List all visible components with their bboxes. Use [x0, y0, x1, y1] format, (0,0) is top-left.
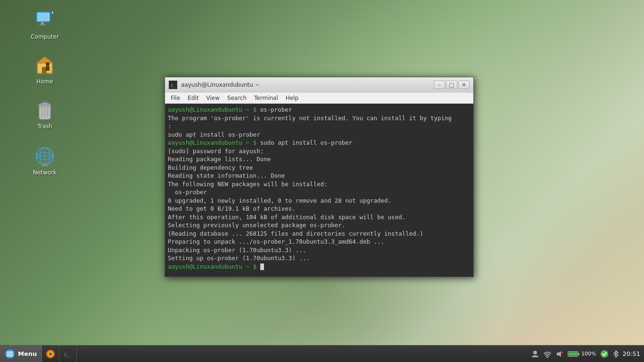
svg-rect-1 — [37, 13, 50, 21]
term-line-13: Need to get 0 B/19.1 kB of archives. — [168, 205, 471, 213]
terminal-menu-search[interactable]: Search — [223, 94, 250, 102]
taskbar-battery[interactable]: 100% — [568, 351, 596, 357]
svg-point-10 — [46, 62, 50, 66]
home-icon-label: Home — [36, 78, 53, 85]
terminal-title-text: aayush@Linuxandubuntu ~ — [181, 82, 433, 88]
svg-rect-2 — [41, 22, 44, 25]
terminal-content[interactable]: aayush@Linuxandubuntu ~ $ os-prober The … — [165, 104, 473, 277]
computer-icon — [33, 9, 56, 32]
firefox-icon — [46, 349, 55, 359]
home-icon — [33, 54, 56, 76]
network-icon — [33, 145, 56, 167]
taskbar-bluetooth[interactable] — [612, 350, 619, 358]
trash-icon-label: Trash — [37, 123, 52, 130]
terminal-maximize-button[interactable]: □ — [446, 81, 457, 89]
menu-icon — [5, 349, 15, 359]
terminal-menu-edit[interactable]: Edit — [184, 94, 202, 102]
term-line-14: After this operation, 104 kB of addition… — [168, 213, 471, 222]
term-line-15: Selecting previously unselected package … — [168, 221, 471, 230]
terminal-title-icon: $_ — [169, 81, 177, 89]
terminal-menu-help[interactable]: Help — [282, 94, 302, 102]
taskbar: Menu $_ — [0, 345, 644, 362]
terminal-menubar: File Edit View Search Terminal Help — [165, 92, 473, 104]
svg-rect-13 — [39, 105, 51, 107]
term-line-1: aayush@Linuxandubuntu ~ $ os-prober — [168, 106, 471, 114]
terminal-close-button[interactable]: ✕ — [458, 81, 470, 89]
taskbar-menu-label: Menu — [18, 350, 37, 357]
svg-rect-22 — [43, 164, 47, 165]
svg-rect-5 — [52, 11, 53, 14]
term-line-4: sudo apt install os-prober — [168, 131, 471, 139]
bluetooth-icon — [612, 350, 619, 358]
network-icon-label: Network — [33, 169, 57, 176]
desktop: Computer Home — [0, 0, 644, 362]
wifi-icon — [543, 350, 552, 358]
terminal-window: $_ aayush@Linuxandubuntu ~ – □ ✕ File Ed… — [165, 77, 474, 277]
term-line-11: os-prober — [168, 188, 471, 197]
taskbar-clock[interactable]: 20:51 — [623, 350, 640, 357]
user-icon — [531, 350, 539, 358]
security-icon — [600, 350, 609, 358]
taskbar-wifi[interactable] — [543, 350, 552, 358]
svg-point-37 — [547, 357, 548, 358]
term-line-9: Reading state information... Done — [168, 172, 471, 180]
taskbar-firefox[interactable] — [42, 346, 59, 362]
term-line-10: The following NEW packages will be insta… — [168, 180, 471, 189]
term-line-17: Preparing to unpack .../os-prober_1.70ub… — [168, 238, 471, 246]
battery-label: 100% — [581, 351, 596, 357]
term-line-2: The program 'os-prober' is currently not… — [168, 114, 471, 123]
taskbar-menu-button[interactable]: Menu — [0, 346, 42, 362]
term-line-6: [sudo] password for aayush: — [168, 147, 471, 156]
term-line-3: : — [168, 122, 471, 131]
svg-rect-23 — [41, 165, 49, 166]
terminal-menu-file[interactable]: File — [167, 94, 184, 102]
svg-rect-3 — [39, 25, 46, 25]
term-line-18: Unpacking os-prober (1.70ubuntu3.3) ... — [168, 246, 471, 255]
term-line-8: Building dependency tree — [168, 164, 471, 172]
desktop-icon-home[interactable]: Home — [26, 52, 64, 87]
taskbar-terminal[interactable]: $_ — [59, 346, 77, 362]
taskbar-right: 100% 20:51 — [527, 346, 644, 362]
battery-icon — [568, 351, 580, 357]
svg-point-33 — [50, 353, 51, 355]
clock-display: 20:51 — [623, 350, 640, 357]
volume-icon — [555, 350, 564, 358]
terminal-titlebar: $_ aayush@Linuxandubuntu ~ – □ ✕ — [165, 77, 473, 92]
svg-point-36 — [533, 351, 537, 354]
desktop-icon-trash[interactable]: Trash — [26, 97, 64, 132]
svg-marker-8 — [36, 57, 53, 63]
terminal-menu-view[interactable]: View — [202, 94, 223, 102]
term-line-16: (Reading database ... 268125 files and d… — [168, 230, 471, 238]
trash-icon — [33, 99, 56, 121]
svg-text:$_: $_ — [64, 353, 69, 357]
terminal-minimize-button[interactable]: – — [434, 81, 445, 89]
term-line-20: aayush@Linuxandubuntu ~ $ — [168, 263, 471, 271]
taskbar-volume[interactable] — [555, 350, 564, 358]
terminal-menu-terminal[interactable]: Terminal — [250, 94, 282, 102]
term-line-7: Reading package lists... Done — [168, 155, 471, 164]
terminal-taskbar-icon: $_ — [63, 349, 73, 359]
computer-icon-label: Computer — [31, 33, 59, 40]
svg-text:$_: $_ — [171, 83, 176, 88]
taskbar-user[interactable] — [531, 350, 539, 358]
desktop-icon-computer[interactable]: Computer — [26, 7, 64, 42]
taskbar-security[interactable] — [600, 350, 609, 358]
svg-point-43 — [601, 350, 608, 358]
term-line-5: aayush@Linuxandubuntu ~ $ sudo apt insta… — [168, 139, 471, 147]
desktop-icon-network[interactable]: Network — [26, 143, 64, 178]
svg-rect-42 — [569, 352, 578, 355]
svg-rect-41 — [578, 353, 579, 355]
term-line-19: Setting up os-prober (1.70ubuntu3.3) ... — [168, 254, 471, 263]
svg-rect-11 — [46, 66, 50, 71]
term-line-12: 0 upgraded, 1 newly installed, 0 to remo… — [168, 197, 471, 205]
